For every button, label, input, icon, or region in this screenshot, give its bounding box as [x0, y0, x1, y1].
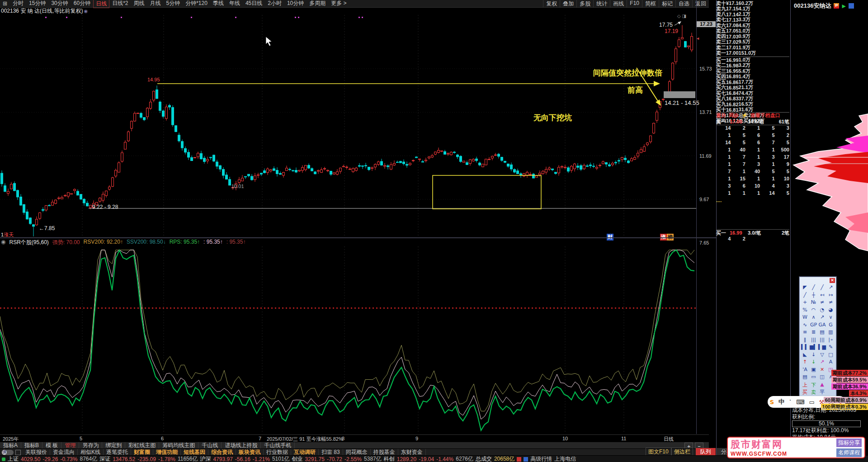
tab-千山线[interactable]: 千山线 — [198, 442, 222, 449]
order-book-row[interactable]: 卖四17.030.9万 — [716, 34, 789, 39]
ime-icon[interactable]: ˙ — [789, 399, 792, 405]
play-icon[interactable]: ▶ — [842, 3, 845, 9]
tab-行业数据[interactable]: 行业数据 — [264, 449, 291, 456]
draw-tool-icon[interactable]: □ — [826, 352, 835, 359]
draw-tool-icon[interactable]: ↗ — [826, 284, 835, 292]
draw-tool-icon[interactable]: ◤ — [801, 284, 809, 292]
ime-icon[interactable]: 中 — [778, 398, 784, 406]
draw-tool-icon[interactable]: ≠ — [826, 299, 835, 307]
draw-tool-icon[interactable]: ◣ — [801, 352, 809, 359]
draw-tool-icon[interactable]: ↗ — [818, 314, 826, 322]
draw-tool-icon[interactable]: ‖ — [801, 337, 809, 344]
status-item[interactable]: -0.73% — [60, 456, 77, 462]
draw-tool-icon[interactable]: ▣ — [809, 367, 818, 374]
status-item[interactable]: -2.55% — [344, 456, 362, 462]
draw-tool-icon[interactable]: ▲ — [818, 382, 826, 389]
order-book-row[interactable]: 卖十¥17.160.2万 — [716, 0, 789, 6]
tab-筹码均线主图[interactable]: 筹码均线主图 — [159, 442, 198, 449]
draw-tool-icon[interactable]: ↑ — [801, 359, 809, 367]
tab-相似K线[interactable]: 相似K线 — [78, 449, 104, 456]
collapse-icon[interactable]: ◉ — [1, 239, 5, 246]
draw-tool-icon[interactable]: ▆▍ — [809, 344, 818, 352]
draw-tool-icon[interactable]: 上 — [801, 382, 809, 389]
status-item[interactable]: -1.78% — [158, 456, 175, 462]
tab-增值功能[interactable]: 增值功能 — [153, 449, 181, 456]
flag-icon[interactable]: P — [834, 3, 839, 9]
draw-tool-icon[interactable]: ▍▆ — [818, 344, 826, 352]
draw-tool-icon[interactable]: ✎ — [826, 344, 835, 352]
tab-逐笔委托[interactable]: 逐笔委托 — [104, 449, 131, 456]
status-item[interactable]: -56.16 — [235, 456, 250, 462]
tab-持股基金[interactable]: 持股基金 — [371, 449, 398, 456]
draw-tool-icon[interactable]: ✕ — [818, 367, 826, 374]
order-book-row[interactable]: 买一16.991.0万 — [716, 57, 789, 63]
draw-tool-icon[interactable]: ↓ — [809, 359, 818, 367]
draw-tool-icon[interactable]: № — [809, 299, 818, 307]
status-item[interactable]: -1.21% — [253, 456, 270, 462]
draw-tool-icon[interactable]: ┼ — [809, 292, 818, 300]
draw-tool-icon[interactable]: ||| — [818, 337, 826, 344]
order-book-row[interactable]: 卖一17.00151.0万 — [716, 50, 789, 56]
tab-指标B[interactable]: 指标B — [21, 442, 42, 449]
draw-tool-icon[interactable]: ↗ — [818, 359, 826, 367]
draw-tool-icon[interactable]: + — [801, 299, 809, 307]
draw-tool-icon[interactable]: ◕ — [826, 307, 835, 315]
tab-关联报价[interactable]: 关联报价 — [23, 449, 50, 456]
tab-东财资金[interactable]: 东财资金 — [398, 449, 426, 456]
order-book-row[interactable]: 买二16.983.2万 — [716, 63, 789, 68]
tab-扫雷 83[interactable]: 扫雷 83 — [319, 449, 343, 456]
draw-tool-icon[interactable]: ╱ — [809, 284, 818, 292]
order-book-row[interactable]: 买三16.955.6万 — [716, 68, 789, 74]
status-item[interactable]: -235.09 — [137, 456, 156, 462]
draw-tool-icon[interactable]: G — [826, 322, 835, 330]
tab-进场线上持股[interactable]: 进场线上持股 — [222, 442, 261, 449]
draw-tool-icon[interactable]: |∘ — [826, 337, 835, 344]
draw-tool-icon[interactable]: W — [801, 314, 809, 322]
status-item[interactable]: -19.04 — [419, 456, 434, 462]
tape-mode-2[interactable]: 同步 — [729, 112, 739, 119]
order-book-row[interactable]: 卖六17.084.6万 — [716, 23, 789, 28]
draw-tool-icon[interactable]: % — [801, 307, 809, 315]
draw-tool-icon[interactable]: ∨ — [826, 314, 835, 322]
tab-队列[interactable]: 队列 — [696, 448, 716, 456]
draw-tool-icon[interactable]: ∧ — [809, 314, 818, 322]
draw-tool-icon[interactable]: ∿ — [801, 322, 809, 330]
tape-more[interactable]: .... — [716, 198, 789, 204]
tab-互动调研[interactable]: 互动调研 — [291, 449, 319, 456]
draw-tool-icon[interactable]: ╱ — [801, 292, 809, 300]
diamond-icon[interactable]: ◇ — [677, 14, 681, 19]
draw-tool-icon[interactable]: ◫ — [818, 374, 826, 382]
tab-资金流向[interactable]: 资金流向 — [50, 449, 78, 456]
tab-指标A[interactable]: 指标A — [0, 442, 21, 449]
draw-tool-icon[interactable]: ◔ — [818, 307, 826, 315]
draw-tool-icon[interactable]: 平 — [818, 389, 826, 396]
pane-divider[interactable] — [0, 237, 716, 238]
draw-tool-icon[interactable]: GP — [809, 322, 818, 330]
split-view-icon[interactable]: ◨ — [682, 14, 686, 19]
tab-财富圈[interactable]: 财富圈 — [131, 449, 153, 456]
tab-模 板[interactable]: 模 板 — [42, 442, 61, 449]
app-icon[interactable] — [849, 3, 854, 9]
draw-tool-icon[interactable]: 卖 — [809, 389, 818, 396]
draw-tool-icon[interactable] — [826, 389, 835, 396]
draw-tool-icon[interactable]: GA — [818, 322, 826, 330]
draw-tool-icon[interactable]: ↓ — [809, 352, 818, 359]
draw-tool-icon[interactable]: ▤ — [818, 329, 826, 337]
draw-tool-icon[interactable]: ||| — [809, 337, 818, 344]
order-book-row[interactable]: 卖八17.142.1万 — [716, 12, 789, 17]
status-item[interactable]: -29.26 — [42, 456, 58, 462]
order-book-row[interactable]: 卖七17.133.3万 — [716, 17, 789, 23]
tab-综合资讯[interactable]: 综合资讯 — [208, 449, 236, 456]
draw-tool-icon[interactable]: A — [826, 359, 835, 367]
tab-板块资讯[interactable]: 板块资讯 — [236, 449, 264, 456]
draw-tool-icon[interactable]: ≠ — [818, 299, 826, 307]
indicator-chart[interactable] — [0, 238, 696, 434]
draw-tool-icon[interactable]: ↤ — [818, 292, 826, 300]
draw-tool-icon[interactable]: ▥ — [826, 329, 835, 337]
draw-tool-icon[interactable]: ↦ — [826, 292, 835, 300]
chart-corner-icons[interactable]: ◇ ◨ — [677, 14, 686, 19]
order-book-row[interactable]: 卖五17.051.0万 — [716, 28, 789, 33]
draw-tool-icon[interactable]: ╱ — [818, 284, 826, 292]
ime-icon[interactable]: S — [770, 399, 774, 405]
status-item[interactable]: -70.72 — [327, 456, 342, 462]
